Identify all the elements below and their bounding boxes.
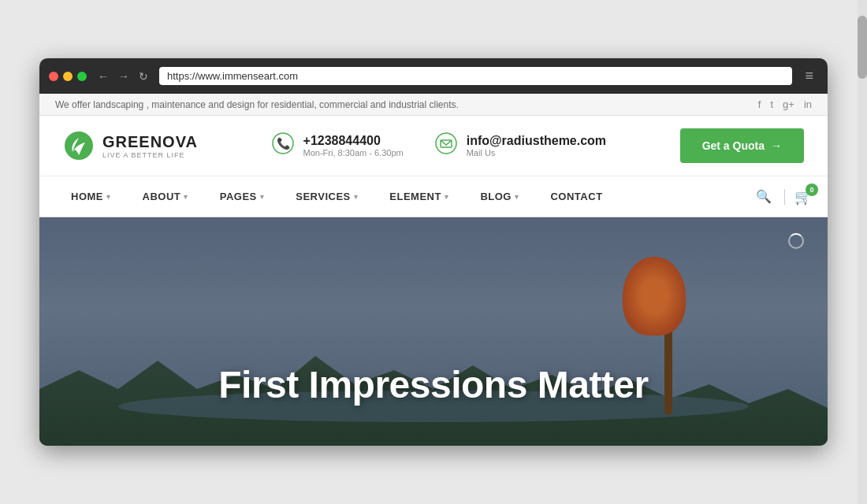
- site-content: We offer landscaping , maintenance and d…: [39, 94, 828, 446]
- email-contact-details: info@radiustheme.com Mail Us: [467, 134, 606, 158]
- twitter-icon[interactable]: t: [770, 98, 773, 110]
- cta-button[interactable]: Get a Quota →: [680, 128, 804, 163]
- phone-contact-details: +1238844400 Mon-Fri, 8:30am - 6.30pm: [303, 134, 404, 158]
- phone-icon: 📞: [272, 132, 294, 159]
- nav-item-contact[interactable]: CONTACT: [534, 176, 618, 217]
- cart-badge: 0: [806, 183, 818, 196]
- nav-items: HOME ▾ ABOUT ▾ PAGES ▾ SERVICES ▾ ELEMEN…: [55, 176, 753, 217]
- browser-chrome: ← → ↻ ≡: [39, 58, 828, 94]
- browser-dots: [49, 72, 87, 81]
- blog-chevron-icon: ▾: [515, 193, 519, 201]
- cta-arrow-icon: →: [771, 139, 782, 152]
- nav-item-about[interactable]: ABOUT ▾: [127, 176, 204, 217]
- nav-item-element[interactable]: ELEMENT ▾: [374, 176, 464, 217]
- forward-button[interactable]: →: [115, 69, 132, 84]
- loading-spinner: [788, 233, 804, 249]
- email-address: info@radiustheme.com: [467, 134, 606, 148]
- reload-button[interactable]: ↻: [136, 69, 151, 84]
- nav-actions: 🔍 🛒 0: [753, 186, 812, 207]
- top-banner: We offer landscaping , maintenance and d…: [39, 94, 828, 116]
- email-label: Mail Us: [467, 148, 606, 158]
- services-chevron-icon: ▾: [354, 193, 359, 201]
- nav-item-pages[interactable]: PAGES ▾: [204, 176, 281, 217]
- cart-button[interactable]: 🛒 0: [794, 188, 812, 206]
- googleplus-icon[interactable]: g+: [783, 98, 794, 110]
- browser-nav: ← → ↻: [95, 69, 151, 84]
- logo-tagline: Live A Better Life: [102, 151, 198, 159]
- hero-section: First Impressions Matter: [39, 217, 828, 446]
- address-bar[interactable]: [159, 67, 792, 85]
- browser-window: ← → ↻ ≡ We offer landscaping , maintenan…: [39, 58, 828, 446]
- logo-icon: [63, 130, 95, 161]
- about-chevron-icon: ▾: [184, 193, 188, 201]
- phone-number: +1238844400: [303, 134, 404, 148]
- linkedin-icon[interactable]: in: [804, 98, 812, 110]
- phone-hours: Mon-Fri, 8:30am - 6.30pm: [303, 148, 404, 158]
- top-banner-text: We offer landscaping , maintenance and d…: [55, 99, 459, 110]
- nav-item-blog[interactable]: BLOG ▾: [464, 176, 534, 217]
- home-chevron-icon: ▾: [106, 193, 111, 201]
- logo-name: GREENOVA: [102, 133, 198, 151]
- site-nav: HOME ▾ ABOUT ▾ PAGES ▾ SERVICES ▾ ELEMEN…: [39, 176, 828, 217]
- site-header: GREENOVA Live A Better Life 📞 +12388444: [39, 116, 828, 176]
- dot-yellow[interactable]: [63, 72, 73, 81]
- svg-point-3: [436, 133, 456, 154]
- email-icon: [435, 132, 457, 159]
- dot-red[interactable]: [49, 72, 58, 81]
- pages-chevron-icon: ▾: [260, 193, 265, 201]
- nav-item-home[interactable]: HOME ▾: [55, 176, 127, 217]
- logo-area[interactable]: GREENOVA Live A Better Life: [63, 130, 198, 161]
- facebook-icon[interactable]: f: [758, 98, 761, 110]
- email-contact-item: info@radiustheme.com Mail Us: [435, 132, 606, 159]
- browser-menu-icon[interactable]: ≡: [800, 66, 818, 86]
- cta-button-label: Get a Quota: [702, 139, 765, 152]
- element-chevron-icon: ▾: [445, 193, 449, 201]
- search-button[interactable]: 🔍: [753, 186, 775, 207]
- hero-title: First Impressions Matter: [218, 363, 648, 406]
- nav-item-services[interactable]: SERVICES ▾: [280, 176, 374, 217]
- back-button[interactable]: ←: [95, 69, 112, 84]
- nav-divider: [784, 189, 785, 205]
- svg-text:📞: 📞: [276, 137, 290, 150]
- phone-contact-item: 📞 +1238844400 Mon-Fri, 8:30am - 6.30pm: [272, 132, 404, 159]
- dot-green[interactable]: [77, 72, 87, 81]
- header-contact: 📞 +1238844400 Mon-Fri, 8:30am - 6.30pm: [272, 132, 607, 159]
- hero-text-container: First Impressions Matter: [39, 217, 828, 446]
- social-icons: f t g+ in: [758, 98, 812, 110]
- logo-text: GREENOVA Live A Better Life: [102, 133, 198, 159]
